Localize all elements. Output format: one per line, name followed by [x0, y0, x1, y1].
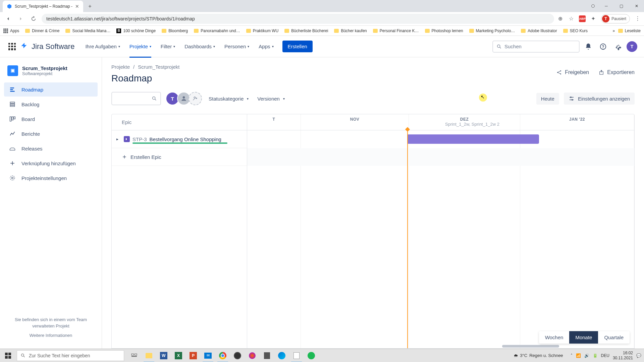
taskbar-obs-icon[interactable]: [230, 349, 245, 362]
account-indicator-icon[interactable]: [591, 4, 595, 8]
zoom-quarters-button[interactable]: Quartale: [598, 331, 630, 344]
jira-logo[interactable]: Jira Software: [20, 42, 74, 51]
chrome-menu-icon[interactable]: ⋮: [635, 16, 641, 22]
nav-filters[interactable]: Filter▾: [157, 41, 178, 52]
bookmark-star-icon[interactable]: ☆: [568, 16, 574, 22]
close-tab-icon[interactable]: ✕: [75, 4, 79, 9]
sidebar-item-settings[interactable]: Projekteinstellungen: [4, 171, 98, 185]
nav-apps[interactable]: Apps▾: [255, 41, 277, 52]
bookmark-item[interactable]: SEO Kurs: [563, 28, 588, 33]
maximize-button[interactable]: ▢: [614, 1, 629, 11]
nav-people[interactable]: Personen▾: [221, 41, 253, 52]
bookmark-item[interactable]: Personal Finance K…: [373, 28, 419, 33]
bookmark-item[interactable]: » Leseliste: [613, 28, 641, 33]
profile-button[interactable]: T Pausiert: [601, 14, 630, 23]
breadcrumb-projects[interactable]: Projekte: [111, 64, 130, 70]
taskbar-explorer-icon[interactable]: [142, 349, 156, 362]
bookmark-item[interactable]: B100 schöne Dinge: [116, 28, 156, 33]
settings-icon[interactable]: [612, 41, 624, 53]
breadcrumb-project[interactable]: Scrum_Testprojekt: [138, 64, 179, 70]
sidebar-item-backlog[interactable]: Backlog: [4, 97, 98, 111]
chevron-right-icon[interactable]: ▸: [116, 137, 121, 141]
reload-button[interactable]: [29, 14, 38, 23]
taskbar-chrome-icon[interactable]: [215, 349, 230, 362]
bookmark-item[interactable]: Bücherliste Bücherei: [284, 28, 328, 33]
taskbar-app-icon[interactable]: [245, 349, 260, 362]
app-switcher-icon[interactable]: [7, 41, 17, 52]
nav-your-work[interactable]: Ihre Aufgaben▾: [82, 41, 123, 52]
bookmark-apps[interactable]: Apps: [3, 28, 19, 33]
forward-button[interactable]: [16, 14, 25, 23]
sidebar-item-add-link[interactable]: Verknüpfung hinzufügen: [4, 156, 98, 170]
taskbar-excel-icon[interactable]: X: [171, 349, 186, 362]
minimize-button[interactable]: ─: [599, 1, 614, 11]
bookmark-item[interactable]: Bücher kaufen: [334, 28, 367, 33]
sidebar-item-reports[interactable]: Berichte: [4, 127, 98, 141]
notifications-icon[interactable]: [582, 41, 594, 53]
tray-notifications-icon[interactable]: 💬: [636, 353, 641, 358]
status-category-filter[interactable]: Statuskategorie▾: [207, 93, 251, 104]
taskbar-mail-icon[interactable]: ✉: [201, 349, 215, 362]
sidebar-footer-link[interactable]: Weitere Informationen: [7, 332, 94, 339]
roadmap-search-input[interactable]: [111, 92, 161, 105]
horizontal-scrollbar[interactable]: [502, 345, 559, 348]
tray-network-icon[interactable]: 📶: [576, 353, 581, 358]
taskbar-notepad-icon[interactable]: [289, 349, 304, 362]
start-button[interactable]: [0, 349, 16, 362]
share-button[interactable]: Freigeben: [556, 69, 589, 75]
address-bar[interactable]: testdeutsch1.atlassian.net/jira/software…: [42, 14, 554, 24]
versions-filter[interactable]: Versionen▾: [255, 93, 287, 104]
close-window-button[interactable]: ✕: [629, 1, 644, 11]
bookmark-item[interactable]: Marketing Psycholo…: [469, 28, 515, 33]
zoom-months-button[interactable]: Monate: [569, 331, 598, 344]
bookmark-item[interactable]: Dinner & Crime: [25, 28, 59, 33]
nav-projects[interactable]: Projekte▾: [126, 41, 155, 52]
zoom-weeks-button[interactable]: Wochen: [539, 331, 570, 344]
add-people-button[interactable]: [189, 92, 202, 105]
zoom-icon[interactable]: ⊕: [557, 16, 564, 22]
help-icon[interactable]: ?: [597, 41, 609, 53]
create-button[interactable]: Erstellen: [282, 41, 313, 52]
bookmark-item[interactable]: Photoshop lernen: [425, 28, 463, 33]
assignee-filter[interactable]: T: [166, 92, 202, 105]
bookmark-item[interactable]: Praktikum WU: [246, 28, 279, 33]
bookmark-item[interactable]: Adobe Illustrator: [521, 28, 557, 33]
tray-volume-icon[interactable]: 🔊: [584, 353, 589, 358]
epic-key[interactable]: STP-3: [132, 136, 147, 142]
tray-battery-icon[interactable]: 🔋: [593, 353, 598, 358]
taskbar-edge-icon[interactable]: [274, 349, 289, 362]
new-tab-button[interactable]: +: [85, 2, 95, 11]
sidebar-item-roadmap[interactable]: Roadmap: [4, 82, 98, 97]
tray-chevron-icon[interactable]: ˄: [571, 353, 573, 358]
view-settings-button[interactable]: Einstellungen anzeigen: [564, 93, 635, 105]
taskbar-word-icon[interactable]: W: [156, 349, 171, 362]
project-header[interactable]: Scrum_Testprojekt Softwareprojekt: [4, 64, 98, 82]
export-button[interactable]: Exportieren: [598, 69, 635, 75]
epic-row[interactable]: ▸ STP-3 Bestellvorgang Online Shopping: [112, 130, 247, 148]
tray-clock[interactable]: 16:02 30.11.2021: [613, 351, 633, 360]
browser-tab[interactable]: Scrum_Testprojekt – Roadmap - ✕: [3, 1, 83, 12]
taskbar-powerpoint-icon[interactable]: P: [186, 349, 201, 362]
taskbar-app-icon[interactable]: [260, 349, 274, 362]
timeline-body[interactable]: Sprint_1_2w, Sprint_1_2w 2: [247, 130, 634, 348]
sidebar-item-releases[interactable]: Releases: [4, 141, 98, 156]
sidebar-item-board[interactable]: Board: [4, 112, 98, 126]
taskbar-search-input[interactable]: Zur Suche Text hier eingeben: [17, 350, 124, 361]
adblock-icon[interactable]: ABP: [579, 15, 586, 22]
taskbar-spotify-icon[interactable]: [304, 349, 319, 362]
epic-title[interactable]: Bestellvorgang Online Shopping: [150, 136, 221, 142]
epic-timeline-bar[interactable]: [407, 134, 539, 144]
create-epic-button[interactable]: Erstellen Epic: [112, 148, 247, 166]
global-search-input[interactable]: Suchen: [492, 41, 580, 53]
back-button[interactable]: [3, 14, 13, 23]
weather-widget[interactable]: 🌧 3°C Regen u. Schnee: [514, 353, 563, 358]
today-button[interactable]: Heute: [536, 93, 559, 105]
bookmark-item[interactable]: Bloomberg: [162, 28, 188, 33]
task-view-icon[interactable]: [127, 349, 142, 362]
user-avatar[interactable]: T: [627, 41, 637, 52]
bookmark-item[interactable]: Social Media Mana…: [65, 28, 110, 33]
extensions-icon[interactable]: ✦: [590, 16, 596, 22]
nav-dashboards[interactable]: Dashboards▾: [181, 41, 218, 52]
bookmark-item[interactable]: Panoramabahn und…: [194, 28, 240, 33]
tray-language[interactable]: DEU: [601, 353, 609, 358]
